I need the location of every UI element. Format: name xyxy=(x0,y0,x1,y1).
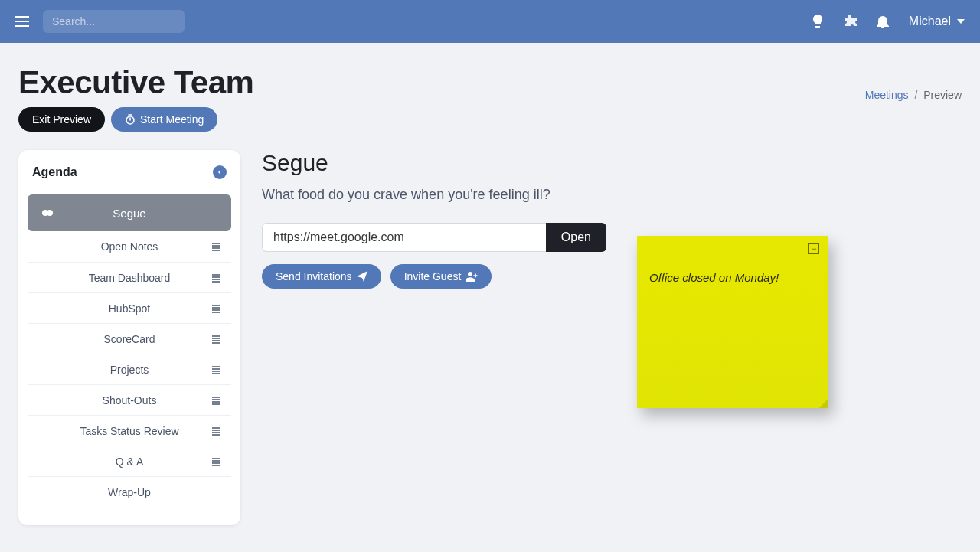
minus-square-icon[interactable]: − xyxy=(808,243,819,254)
agenda-card: Agenda SegueOpen NotesTeam DashboardHubS… xyxy=(18,150,240,525)
start-meeting-label: Start Meeting xyxy=(140,113,204,126)
agenda-item-label: HubSpot xyxy=(109,302,150,315)
agenda-item-label: Shout-Outs xyxy=(103,394,157,407)
agenda-item-label: Tasks Status Review xyxy=(80,425,178,437)
paper-plane-icon xyxy=(357,271,368,282)
page-title: Executive Team xyxy=(18,64,253,101)
invite-guest-button[interactable]: Invite Guest xyxy=(390,264,492,289)
exit-preview-button[interactable]: Exit Preview xyxy=(18,107,105,132)
drag-handle-icon[interactable] xyxy=(211,457,220,466)
user-menu[interactable]: Michael xyxy=(909,15,965,28)
svg-point-3 xyxy=(468,272,472,276)
agenda-item[interactable]: Open Notes xyxy=(28,231,231,262)
sticky-note-text: Office closed on Monday! xyxy=(649,271,816,284)
lightbulb-icon[interactable] xyxy=(812,15,823,28)
open-link-button[interactable]: Open xyxy=(546,223,606,252)
drag-handle-icon[interactable] xyxy=(211,365,220,374)
bell-icon[interactable] xyxy=(877,15,889,28)
agenda-item[interactable]: Team Dashboard xyxy=(28,262,231,292)
agenda-item[interactable]: ScoreCard xyxy=(28,323,231,354)
agenda-item[interactable]: Tasks Status Review xyxy=(28,415,231,446)
agenda-item-label: Projects xyxy=(110,364,149,376)
agenda-item[interactable]: Wrap-Up xyxy=(28,476,231,507)
section-title: Segue xyxy=(262,150,606,176)
drag-handle-icon[interactable] xyxy=(211,273,220,283)
agenda-list: SegueOpen NotesTeam DashboardHubSpotScor… xyxy=(28,194,231,507)
meeting-url-input[interactable] xyxy=(262,223,546,252)
send-invitations-button[interactable]: Send Invitations xyxy=(262,264,381,289)
drag-handle-icon[interactable] xyxy=(211,426,220,436)
agenda-item[interactable]: Segue xyxy=(28,194,231,231)
search-input[interactable] xyxy=(43,10,185,33)
agenda-item[interactable]: Projects xyxy=(28,354,231,384)
invite-guest-label: Invite Guest xyxy=(404,270,462,283)
open-link-label: Open xyxy=(561,230,591,243)
exit-preview-label: Exit Preview xyxy=(32,113,91,126)
top-navbar: Michael xyxy=(0,0,980,43)
agenda-item[interactable]: Q & A xyxy=(28,446,231,476)
send-invitations-label: Send Invitations xyxy=(276,270,352,283)
chevron-down-icon xyxy=(957,19,965,24)
stopwatch-icon xyxy=(125,114,136,125)
breadcrumb-meetings[interactable]: Meetings xyxy=(865,89,909,101)
section-prompt: What food do you crave when you're feeli… xyxy=(262,187,606,203)
sticky-note[interactable]: − Office closed on Monday! xyxy=(637,236,828,408)
svg-point-2 xyxy=(47,210,53,216)
drag-handle-icon[interactable] xyxy=(211,396,220,405)
agenda-item-label: Segue xyxy=(113,207,145,220)
breadcrumb-current: Preview xyxy=(923,89,962,101)
agenda-title: Agenda xyxy=(32,165,77,179)
start-meeting-button[interactable]: Start Meeting xyxy=(111,107,217,132)
agenda-item-label: Q & A xyxy=(116,456,144,468)
agenda-item-label: ScoreCard xyxy=(104,333,155,345)
arrow-left-circle-icon[interactable] xyxy=(213,165,227,179)
user-name-label: Michael xyxy=(909,15,951,28)
hamburger-icon[interactable] xyxy=(15,16,29,27)
puzzle-icon[interactable] xyxy=(843,15,857,28)
agenda-item-label: Wrap-Up xyxy=(108,486,151,498)
breadcrumb-separator: / xyxy=(914,89,917,101)
drag-handle-icon[interactable] xyxy=(211,335,220,344)
agenda-item[interactable]: Shout-Outs xyxy=(28,384,231,415)
agenda-item[interactable]: HubSpot xyxy=(28,292,231,323)
agenda-item-label: Team Dashboard xyxy=(89,272,171,284)
user-plus-icon xyxy=(466,271,478,282)
drag-handle-icon[interactable] xyxy=(211,242,220,251)
breadcrumb: Meetings / Preview xyxy=(865,89,962,101)
brain-icon xyxy=(41,207,54,219)
drag-handle-icon[interactable] xyxy=(211,304,220,313)
agenda-item-label: Open Notes xyxy=(101,240,158,253)
